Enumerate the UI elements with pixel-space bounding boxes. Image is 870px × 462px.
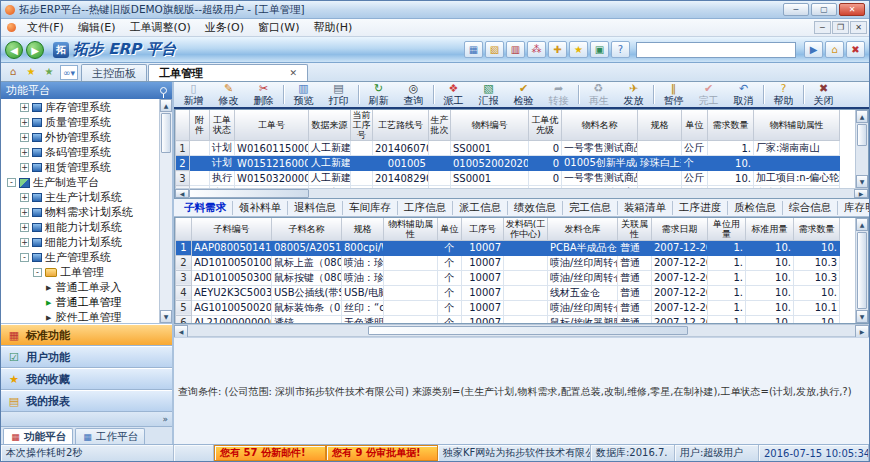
close-button[interactable]: ✕ (839, 3, 865, 16)
subtab[interactable]: 完工信息 (563, 201, 618, 215)
tree-item[interactable]: +外协管理系统 (1, 130, 159, 145)
material-row[interactable]: 1AAP08005014102008005/A2051+M(800cpi/W(个… (176, 240, 840, 255)
expand-toggle[interactable]: - (7, 178, 16, 187)
expand-toggle[interactable]: + (20, 118, 29, 127)
column-header[interactable]: 单位 (682, 110, 708, 141)
subtab[interactable]: 综合信息 (783, 201, 838, 215)
sidebar-panel-my-reports[interactable]: ▤我的报表 (1, 390, 172, 412)
column-header[interactable]: 附件 (190, 110, 210, 141)
run-icon[interactable]: ▶ (804, 41, 823, 58)
subtab[interactable]: 库存明细 (838, 201, 869, 215)
favorites-star-icon[interactable]: ★ (569, 41, 588, 58)
sidebar-panel-standard-functions[interactable]: ▦标准功能 (1, 324, 172, 346)
back-icon[interactable]: ◀ (5, 41, 23, 59)
work-order-grid-vscroll[interactable]: ▲ ▼ (855, 110, 868, 188)
subtab[interactable]: 工序信息 (398, 201, 453, 215)
tree-item[interactable]: ▶普通工单录入 (1, 280, 159, 295)
tree-item[interactable]: -生产制造平台 (1, 175, 159, 190)
work-order-row[interactable]: 3执行W015032000001人工新建201408290SS00010一号零售… (176, 171, 840, 186)
dispatch-button[interactable]: ❖派工 (436, 82, 471, 107)
expand-toggle[interactable]: + (20, 148, 29, 157)
menu-item[interactable]: 工单调整(O) (122, 19, 197, 36)
sidebar-bottom-tab[interactable]: ▦功能平台 (3, 428, 73, 444)
scroll-thumb[interactable] (368, 326, 688, 335)
column-header[interactable]: 单位 (438, 218, 462, 240)
menu-item[interactable]: 窗口(W) (251, 19, 306, 36)
subtab[interactable]: 退料信息 (288, 201, 343, 215)
expand-toggle[interactable]: + (20, 193, 29, 202)
maximize-button[interactable]: ▢ (811, 3, 837, 16)
detail-grid-hscroll[interactable]: ◀ ▶ (174, 324, 869, 337)
print-button[interactable]: ▤打印 (321, 82, 356, 107)
column-header[interactable]: 规格 (638, 110, 682, 141)
expand-toggle[interactable]: + (20, 133, 29, 142)
minimize-button[interactable]: ─ (783, 3, 809, 16)
scroll-thumb[interactable] (857, 232, 867, 309)
scroll-thumb[interactable] (189, 189, 309, 198)
tree-item[interactable]: +物料需求计划系统 (1, 205, 159, 220)
scroll-left-icon[interactable]: ◀ (175, 189, 189, 198)
report-button[interactable]: ▧汇报 (471, 82, 506, 107)
expand-toggle[interactable]: + (20, 208, 29, 217)
finish-button[interactable]: ✔完工 (691, 82, 726, 107)
search-button[interactable]: ◎查询 (396, 82, 431, 107)
column-header[interactable]: 工序号 (462, 218, 504, 240)
menu-item[interactable]: 文件(F) (20, 19, 71, 36)
modules-icon[interactable]: ▦ (464, 41, 483, 58)
column-header[interactable]: 工单号 (235, 110, 309, 141)
preview-button[interactable]: ▥预览 (286, 82, 321, 107)
subtab[interactable]: 装箱清单 (618, 201, 673, 215)
subtab[interactable]: 车间库存 (343, 201, 398, 215)
scroll-down-icon[interactable]: ▼ (856, 310, 868, 323)
home-icon[interactable]: ⌂ (825, 41, 844, 58)
menu-item[interactable]: 帮助(H) (306, 19, 359, 36)
subtab[interactable]: 绩效信息 (508, 201, 563, 215)
scroll-down-icon[interactable]: ▼ (160, 310, 172, 323)
tree-item[interactable]: +粗能力计划系统 (1, 220, 159, 235)
tree-scrollbar[interactable]: ▲ ▼ (159, 99, 172, 323)
scroll-thumb[interactable] (161, 113, 171, 153)
material-row[interactable]: 2AD1010050100201鼠标上盖（08005）喷油：珍珠个10007喷油… (176, 255, 840, 270)
subtab[interactable]: 工序进度 (673, 201, 728, 215)
expand-toggle[interactable]: + (20, 103, 29, 112)
menu-item[interactable]: 业务(O) (198, 19, 251, 36)
column-header[interactable]: 关联属性 (618, 218, 652, 240)
go-selector[interactable]: ∞ ▾ (60, 65, 78, 80)
address-book-icon[interactable]: ▥ (506, 41, 525, 58)
subtab[interactable]: 子料需求 (178, 201, 233, 215)
work-order-row[interactable]: 1计划W016011500002人工新建201406070SS00010一号零售… (176, 141, 840, 156)
mdi-restore-button[interactable]: ❐ (832, 21, 849, 34)
column-header[interactable]: 工单状态 (210, 110, 235, 141)
column-header[interactable]: 需求日期 (652, 218, 708, 240)
regenerate-button[interactable]: ♻再生 (581, 82, 616, 107)
tab-main-dashboard[interactable]: 主控面板 (81, 64, 147, 81)
scroll-right-icon[interactable]: ▶ (854, 189, 868, 198)
column-header[interactable]: 需求数量 (794, 218, 840, 240)
quick-search-input[interactable] (636, 42, 796, 58)
column-header[interactable]: 标准用量 (746, 218, 794, 240)
status-approval-alert[interactable]: 您有 9 份审批单据! (326, 445, 438, 461)
tree-item[interactable]: -生产管理系统 (1, 250, 159, 265)
inspect-button[interactable]: ✔检验 (506, 82, 541, 107)
forward-icon[interactable]: ▶ (26, 41, 44, 59)
sidebar-panel-my-favorites[interactable]: ★我的收藏 (1, 368, 172, 390)
sidebar-panel-user-functions[interactable]: ☑用户功能 (1, 346, 172, 368)
expand-toggle[interactable]: + (20, 223, 29, 232)
tree-item[interactable]: ▶胶件工单管理 (1, 310, 159, 323)
transfer-button[interactable]: ➦转接 (541, 82, 576, 107)
column-header[interactable]: 子料编号 (192, 218, 272, 240)
tree-item[interactable]: +库存管理系统 (1, 100, 159, 115)
pin-icon[interactable] (160, 87, 167, 94)
column-header[interactable]: 物料编号 (451, 110, 529, 141)
column-header[interactable]: 物料辅助属性 (754, 110, 840, 141)
expand-toggle[interactable]: - (33, 268, 42, 277)
tree-item[interactable]: +细能力计划系统 (1, 235, 159, 250)
scroll-up-icon[interactable]: ▲ (856, 110, 868, 123)
tree-item[interactable]: ▶普通工单管理 (1, 295, 159, 310)
expand-toggle[interactable]: + (20, 238, 29, 247)
org-chart-icon[interactable]: ⁂ (527, 41, 546, 58)
mdi-close-button[interactable]: ✕ (850, 21, 867, 34)
pause-button[interactable]: ‖暂停 (656, 82, 691, 107)
tab-close-icon[interactable]: ✕ (289, 68, 297, 78)
tree-item[interactable]: +租赁管理系统 (1, 160, 159, 175)
